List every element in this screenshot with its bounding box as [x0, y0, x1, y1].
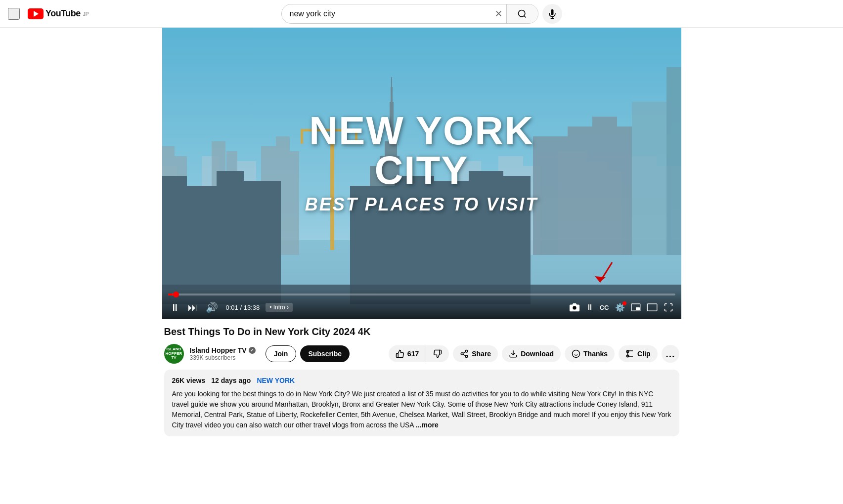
channel-name: Island Hopper TV ✓: [190, 346, 256, 354]
more-options-button[interactable]: …: [662, 345, 679, 363]
publish-date: 12 days ago: [211, 376, 251, 386]
clip-icon: [625, 349, 634, 358]
voice-search-button[interactable]: [542, 4, 562, 24]
thumbs-down-icon: [433, 349, 442, 358]
join-button[interactable]: Join: [266, 345, 297, 362]
settings-badge: [622, 301, 626, 305]
fullscreen-button[interactable]: [662, 300, 675, 314]
youtube-logo-icon: [28, 8, 44, 19]
like-button[interactable]: 617: [389, 345, 426, 362]
cc-button[interactable]: CC: [598, 302, 611, 313]
video-subtitle-overlay: BEST PLACES TO VISIT: [292, 194, 551, 215]
progress-bar[interactable]: [168, 294, 675, 295]
svg-point-0: [519, 10, 525, 16]
theater-icon: [647, 303, 658, 311]
header-left: YouTube JP: [8, 8, 107, 20]
next-button[interactable]: ⏭: [186, 300, 200, 315]
time-display: 0:01 / 13:38: [226, 304, 260, 311]
pause-button[interactable]: ⏸: [168, 300, 182, 315]
description-meta: 26K views 12 days ago NEW YORK: [172, 376, 671, 386]
settings-button[interactable]: ⚙️: [613, 301, 627, 314]
description-more-button[interactable]: ...more: [416, 421, 439, 429]
video-title-overlay: NEW YORK CITY: [292, 111, 551, 190]
microphone-icon: [547, 9, 557, 19]
svg-rect-37: [391, 77, 392, 87]
fullscreen-icon: [664, 302, 673, 312]
search-input[interactable]: [282, 9, 491, 18]
main-content: NEW YORK CITY BEST PLACES TO VISIT ⏸ ⏭ 🔊…: [0, 28, 843, 436]
svg-point-66: [573, 350, 580, 358]
player-controls: ⏸ ⏭ 🔊 0:01 / 13:38 • Intro ›: [162, 290, 681, 319]
like-count: 617: [407, 350, 419, 358]
video-container: NEW YORK CITY BEST PLACES TO VISIT ⏸ ⏭ 🔊…: [162, 28, 681, 436]
video-location: NEW YORK: [257, 376, 295, 386]
camera-icon: [569, 302, 580, 313]
svg-rect-56: [636, 307, 640, 310]
thanks-label: Thanks: [583, 350, 608, 358]
channel-info: Island Hopper TV ✓ 339K subscribers: [190, 346, 256, 361]
svg-line-63: [463, 354, 466, 356]
search-button[interactable]: [506, 4, 538, 24]
menu-button[interactable]: [8, 8, 20, 20]
svg-line-1: [524, 15, 526, 17]
description-text: Are you looking for the best things to d…: [172, 389, 671, 430]
svg-marker-59: [595, 276, 606, 282]
youtube-logo[interactable]: YouTube JP: [28, 8, 89, 19]
header-center: ✕: [111, 4, 732, 24]
time-separator: /: [240, 304, 243, 311]
svg-rect-36: [391, 87, 393, 102]
svg-rect-57: [647, 304, 657, 311]
youtube-logo-jp: JP: [83, 11, 89, 17]
clip-label: Clip: [637, 350, 650, 358]
share-icon: [460, 349, 469, 358]
channel-name-text: Island Hopper TV: [190, 346, 247, 354]
progress-fill: [168, 294, 173, 295]
video-player[interactable]: NEW YORK CITY BEST PLACES TO VISIT ⏸ ⏭ 🔊…: [162, 28, 681, 319]
volume-button[interactable]: 🔊: [204, 299, 220, 315]
verified-icon: ✓: [249, 347, 256, 354]
thanks-button[interactable]: Thanks: [565, 345, 615, 362]
action-buttons: 617 Sh: [389, 345, 679, 363]
download-label: Download: [521, 350, 554, 358]
theater-button[interactable]: [645, 301, 660, 313]
screenshot-button[interactable]: [567, 300, 582, 315]
miniplayer-icon: [631, 303, 641, 311]
search-icon: [517, 9, 527, 19]
intro-badge[interactable]: • Intro ›: [266, 303, 293, 312]
download-button[interactable]: Download: [502, 345, 561, 362]
video-overlay: NEW YORK CITY BEST PLACES TO VISIT: [292, 111, 551, 215]
search-bar: ✕: [281, 4, 538, 24]
dislike-button[interactable]: [426, 345, 449, 362]
search-clear-button[interactable]: ✕: [491, 8, 506, 19]
svg-point-61: [461, 353, 463, 355]
description-box[interactable]: 26K views 12 days ago NEW YORK Are you l…: [164, 370, 679, 436]
header: YouTube JP ✕: [0, 0, 843, 28]
svg-rect-41: [612, 126, 632, 255]
thumbs-up-icon: [396, 349, 404, 358]
channel-subs: 339K subscribers: [190, 354, 256, 361]
time-current: 0:01: [226, 304, 238, 311]
video-info: Best Things To Do in New York City 2024 …: [162, 325, 681, 436]
download-icon: [509, 349, 518, 358]
like-dislike-group: 617: [389, 345, 449, 362]
clip-button[interactable]: Clip: [619, 345, 657, 362]
subscribe-button[interactable]: Subscribe: [300, 345, 350, 362]
svg-rect-46: [217, 171, 244, 304]
miniplayer-button[interactable]: [629, 301, 643, 313]
pause-btn2[interactable]: ⏸: [584, 301, 596, 314]
svg-point-60: [465, 350, 468, 353]
channel-avatar[interactable]: ISLANDHOPPERTV: [164, 344, 184, 364]
svg-line-64: [463, 352, 466, 353]
share-button[interactable]: Share: [453, 345, 498, 362]
controls-right: ⏸ CC ⚙️: [567, 300, 675, 315]
view-count: 26K views: [172, 376, 206, 386]
progress-dot: [173, 292, 179, 297]
thanks-icon: [572, 349, 580, 358]
svg-rect-43: [666, 67, 681, 255]
svg-rect-42: [632, 102, 671, 255]
svg-point-62: [465, 355, 468, 358]
arrow-indicator: [585, 257, 620, 292]
controls-row: ⏸ ⏭ 🔊 0:01 / 13:38 • Intro ›: [168, 299, 675, 315]
channel-row: ISLANDHOPPERTV Island Hopper TV ✓ 339K s…: [164, 344, 679, 364]
video-main-title: Best Things To Do in New York City 2024 …: [164, 325, 679, 338]
